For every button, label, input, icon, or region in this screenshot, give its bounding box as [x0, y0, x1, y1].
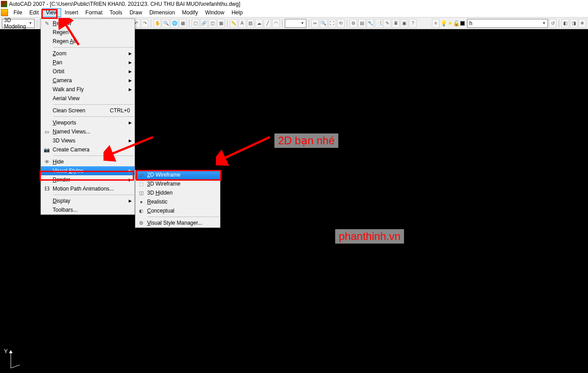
tool-layeroff-icon[interactable]: ◨	[570, 19, 578, 28]
tool-block-icon[interactable]: ▢	[192, 19, 199, 28]
tool-table-icon[interactable]: ▦	[217, 19, 225, 28]
workspace-combo-value: 3D Modeling	[4, 17, 29, 30]
menu-item-toolbars[interactable]: Toolbars...	[41, 205, 135, 214]
tool-region-icon[interactable]: ◫	[209, 19, 216, 28]
menu-item-redraw[interactable]: ✎Redraw	[41, 19, 135, 28]
menu-item-3d-hidden[interactable]: ◫3D Hidden	[135, 188, 220, 197]
tool-dashboard-icon[interactable]: ▦	[179, 19, 187, 28]
menu-item-pan[interactable]: Pan▶	[41, 58, 135, 67]
tool-zoomwin-icon[interactable]: 🔍	[320, 19, 328, 28]
menu-item-conceptual[interactable]: ◐Conceptual	[135, 206, 220, 215]
menu-format[interactable]: Format	[82, 8, 106, 17]
menu-item-hide[interactable]: 👁Hide	[41, 157, 135, 166]
menu-item-aerial-view[interactable]: Aerial View	[41, 94, 135, 103]
tool-measure-icon[interactable]: 📏	[230, 19, 238, 28]
menu-item-display[interactable]: Display▶	[41, 196, 135, 205]
menu-item-viewports[interactable]: Viewports▶	[41, 118, 135, 127]
menu-separator	[148, 217, 219, 217]
menu-item-create-camera[interactable]: 📷Create Camera	[41, 145, 135, 154]
submenu-arrow-icon: ▶	[129, 120, 132, 125]
menu-item-label: Toolbars...	[53, 207, 130, 213]
menu-view[interactable]: View	[42, 8, 61, 17]
bulb-on-icon: 💡	[440, 20, 447, 27]
menu-item-label: Motion Path Animations...	[53, 186, 130, 192]
tool-layeriso-icon[interactable]: ◧	[561, 19, 569, 28]
ucs-icon: Y	[3, 348, 21, 371]
menu-item-named-views[interactable]: ▭Named Views...	[41, 127, 135, 136]
tool-sheet-icon[interactable]: 📑	[375, 19, 382, 28]
menu-item-zoom[interactable]: Zoom▶	[41, 49, 135, 58]
menu-item-motion-path-animations[interactable]: 🎞Motion Path Animations...	[41, 184, 135, 193]
layer-combo-value: h	[469, 20, 472, 27]
menu-item-visual-styles[interactable]: Visual Styles▶	[41, 166, 135, 175]
tool-layers-icon[interactable]: ≡	[432, 19, 440, 28]
tool-tool-icon[interactable]: 🔧	[367, 19, 374, 28]
tool-xref-icon[interactable]: 🔗	[200, 19, 208, 28]
menu-item-regen[interactable]: Regen	[41, 28, 135, 37]
menu-item-label: Regen	[53, 29, 130, 36]
tool-props-icon[interactable]: ⚙	[350, 19, 357, 28]
submenu-arrow-icon: ▶	[129, 51, 132, 56]
tool-design-icon[interactable]: ▤	[358, 19, 366, 28]
menu-item-label: 2D Wireframe	[147, 172, 215, 178]
tool-layerprev-icon[interactable]: ↺	[549, 19, 557, 28]
tool-calc-icon[interactable]: 🖩	[392, 19, 399, 28]
menu-help[interactable]: Help	[228, 8, 247, 17]
menu-item-walk-and-fly[interactable]: Walk and Fly▶	[41, 85, 135, 94]
menu-item-render[interactable]: Render▶	[41, 175, 135, 184]
tool-orbit-icon[interactable]: 🌐	[171, 19, 178, 28]
title-text: AutoCAD 2007 - [C:\Users\Public\TRIEN KH…	[9, 1, 240, 7]
tool-markup-icon[interactable]: ✎	[383, 19, 391, 28]
menu-item-label: Camera	[53, 77, 130, 84]
menu-tools[interactable]: Tools	[106, 8, 126, 17]
menu-item-camera[interactable]: Camera▶	[41, 76, 135, 85]
menu-item-3d-views[interactable]: 3D Views▶	[41, 136, 135, 145]
tool-help-icon[interactable]: ?	[409, 19, 417, 28]
menu-bar: FileEditViewInsertFormatToolsDrawDimensi…	[0, 8, 588, 18]
menu-item-visual-style-manager[interactable]: ⚙Visual Style Manager...	[135, 218, 220, 227]
workspace-combo[interactable]: 3D Modeling ▼	[2, 19, 35, 28]
menu-item-regen-all[interactable]: Regen All	[41, 37, 135, 46]
tool-redo-icon[interactable]: ↷	[141, 19, 149, 28]
menu-item-clean-screen[interactable]: Clean ScreenCTRL+0	[41, 106, 135, 115]
menu-item-label: Orbit	[53, 68, 130, 75]
tool-zoomext-icon[interactable]: ⛶	[328, 19, 336, 28]
svg-marker-8	[9, 350, 13, 353]
tool-zoom-icon[interactable]: 🔍	[162, 19, 170, 28]
menu-modify[interactable]: Modify	[179, 8, 202, 17]
menu-window[interactable]: Window	[202, 8, 228, 17]
tool-arc-icon[interactable]: ◠	[272, 19, 280, 28]
menu-item-2d-wireframe[interactable]: ▱2D Wireframe	[135, 170, 220, 179]
motion-icon: 🎞	[44, 186, 50, 192]
tool-dist-icon[interactable]: ⇔	[311, 19, 319, 28]
manager-icon: ⚙	[138, 220, 144, 226]
tool-pan-icon[interactable]: ✋	[153, 19, 161, 28]
menu-item-realistic[interactable]: ●Realistic	[135, 197, 220, 206]
scale-combo[interactable]: ▼	[285, 19, 306, 28]
menu-item-label: Redraw	[53, 20, 130, 27]
menu-file[interactable]: File	[10, 8, 26, 17]
submenu-arrow-icon: ▶	[129, 169, 132, 173]
tool-revcloud-icon[interactable]: ☁	[255, 19, 263, 28]
menu-item-label: Pan	[53, 59, 130, 66]
tool-blocked-icon[interactable]: ▣	[400, 19, 408, 28]
menu-draw[interactable]: Draw	[126, 8, 146, 17]
tool-hatch-icon[interactable]: ▨	[247, 19, 255, 28]
layer-combo[interactable]: h ▼	[467, 19, 548, 28]
separator	[37, 19, 37, 27]
submenu-arrow-icon: ▶	[129, 87, 132, 92]
wire3d-icon: ⬚	[138, 181, 144, 187]
menu-item-orbit[interactable]: Orbit▶	[41, 67, 135, 76]
chevron-down-icon: ▼	[301, 21, 304, 25]
menu-dimension[interactable]: Dimension	[146, 8, 179, 17]
menu-item-3d-wireframe[interactable]: ⬚3D Wireframe	[135, 179, 220, 188]
tool-layfrz-icon[interactable]: ❄	[579, 19, 586, 28]
menu-edit[interactable]: Edit	[26, 8, 42, 17]
layer-state-icons[interactable]: 💡 ☀ 🔓	[440, 20, 465, 27]
tool-text-icon[interactable]: A	[238, 19, 246, 28]
tool-zoomprev-icon[interactable]: ⟲	[337, 19, 345, 28]
tool-line-icon[interactable]: ╱	[264, 19, 271, 28]
realistic-icon: ●	[138, 199, 144, 205]
view-dropdown-menu: ✎RedrawRegenRegen AllZoom▶Pan▶Orbit▶Came…	[40, 18, 135, 215]
menu-insert[interactable]: Insert	[61, 8, 82, 17]
